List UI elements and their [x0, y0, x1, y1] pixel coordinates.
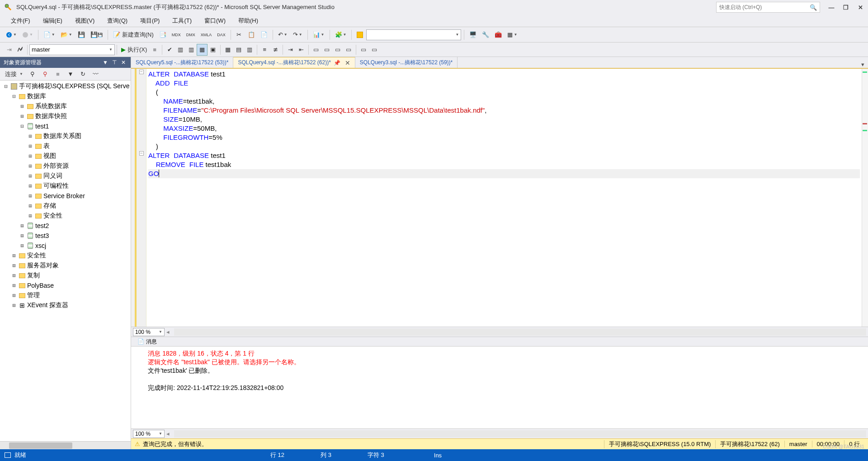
minimize-button[interactable]: — [827, 3, 835, 11]
tbx3-button[interactable]: ▭ [332, 44, 343, 56]
wrench-button[interactable]: 🔧 [480, 29, 491, 41]
plan3-button[interactable]: ▦ [197, 44, 208, 56]
expand-icon[interactable]: ⊞ [27, 133, 33, 139]
explorer-tree[interactable]: ⊟手可摘棉花\SQLEXPRESS (SQL Serve⊟数据库⊞系统数据库⊞数… [0, 81, 131, 441]
ext-button[interactable]: 🧩▼ [333, 29, 349, 41]
menu-edit[interactable]: 编辑(E) [38, 15, 68, 26]
props-button[interactable]: 📊▼ [311, 29, 327, 41]
maximize-button[interactable]: ❐ [842, 3, 850, 11]
expand-icon[interactable]: ⊞ [27, 203, 33, 209]
expand-icon[interactable]: ⊞ [19, 223, 25, 229]
expand-icon[interactable]: ⊟ [19, 123, 25, 129]
tree-node[interactable]: ⊞外部资源 [0, 161, 131, 171]
tree-node[interactable]: ⊞test3 [0, 231, 131, 241]
expand-icon[interactable]: ⊞ [11, 252, 17, 259]
tab-close-icon[interactable]: ✕ [345, 59, 350, 67]
expand-icon[interactable]: ⊞ [19, 113, 25, 119]
menu-help[interactable]: 帮助(H) [233, 15, 264, 26]
quick-launch-box[interactable]: 🔍 [716, 2, 820, 13]
tab-query3[interactable]: SQLQuery3.sql -...摘棉花\17522 (59))* [355, 57, 458, 68]
tree-node[interactable]: ⊟数据库 [0, 91, 131, 101]
tree-node[interactable]: ⊟手可摘棉花\SQLEXPRESS (SQL Serve [0, 81, 131, 91]
zoom-combo[interactable]: 100 %▼ [133, 328, 165, 336]
editor-hscroll[interactable] [174, 328, 866, 336]
overview-ruler[interactable] [862, 69, 868, 327]
plan1-button[interactable]: ▥ [175, 44, 186, 56]
plan2-button[interactable]: ▥ [186, 44, 197, 56]
conn-icon3[interactable]: ■ [52, 68, 63, 80]
dax-icon[interactable]: DAX [215, 29, 228, 41]
expand-icon[interactable]: ⊞ [11, 282, 17, 289]
conn-icon1[interactable]: ⚲ [27, 68, 38, 80]
menu-project[interactable]: 项目(P) [135, 15, 165, 26]
connect-button[interactable]: 连接▼ [3, 68, 25, 80]
tree-node[interactable]: ⊞安全性 [0, 251, 131, 261]
pin-icon[interactable]: 📌 [334, 60, 340, 66]
new-query-button[interactable]: 📝新建查询(N) [111, 29, 156, 41]
filter-icon[interactable]: ▼ [65, 68, 76, 80]
undo-button[interactable]: ↶▼ [276, 29, 290, 41]
expand-icon[interactable]: ⊞ [19, 242, 25, 249]
tabs-overflow-icon[interactable]: ▾ [857, 61, 868, 68]
tree-node[interactable]: ⊞⊞XEvent 探查器 [0, 300, 131, 310]
result-text-button[interactable]: ▤ [233, 44, 244, 56]
indent-dec-button[interactable]: ⇤ [296, 44, 307, 56]
expand-icon[interactable]: ⊞ [27, 153, 33, 159]
open-button[interactable]: 📂▼ [58, 29, 75, 41]
conn-icon2[interactable]: ⚲ [40, 68, 51, 80]
redo-button[interactable]: ↷▼ [291, 29, 305, 41]
result-grid-button[interactable]: ▦ [222, 44, 233, 56]
expand-icon[interactable]: ⊞ [27, 213, 33, 219]
tree-node[interactable]: ⊞管理 [0, 290, 131, 300]
monitor-button[interactable]: 🖥️ [467, 29, 479, 41]
expand-icon[interactable]: ⊞ [27, 183, 33, 189]
expand-icon[interactable]: ⊞ [19, 233, 25, 239]
tree-node[interactable]: ⊞存储 [0, 201, 131, 211]
tab-query5[interactable]: SQLQuery5.sql -...摘棉花\17522 (53))* [131, 57, 233, 68]
msg-hscroll[interactable] [174, 430, 866, 437]
quick-launch-input[interactable] [719, 4, 810, 10]
tree-node[interactable]: ⊞系统数据库 [0, 101, 131, 111]
panel-pin-icon[interactable]: ⊤ [111, 59, 118, 66]
panel-close-icon[interactable]: ✕ [120, 59, 127, 66]
tree-node[interactable]: ⊞服务器对象 [0, 261, 131, 271]
check-button[interactable]: ✔ [164, 44, 175, 56]
nav-back-button[interactable]: ▼ [4, 29, 19, 41]
save-button[interactable]: 💾 [75, 29, 87, 41]
expand-icon[interactable]: ⊞ [11, 272, 17, 279]
tbx1-button[interactable]: ▭ [311, 44, 321, 56]
sql-icon[interactable]: 🗲 [14, 44, 25, 56]
copy-button[interactable]: 📋 [245, 29, 257, 41]
uncomment-button[interactable]: ≢ [270, 44, 281, 56]
expand-icon[interactable]: ⊞ [11, 302, 17, 309]
expand-icon[interactable]: ⊟ [11, 93, 17, 100]
mdx-icon[interactable]: MDX [170, 29, 183, 41]
expand-icon[interactable]: ⊞ [27, 163, 33, 169]
tree-node[interactable]: ⊞安全性 [0, 211, 131, 221]
tbx4-button[interactable]: ▭ [343, 44, 354, 56]
execute-button[interactable]: ▶ 执行(X) [119, 44, 149, 56]
tbx5-button[interactable]: ▭ [358, 44, 369, 56]
tree-node[interactable]: ⊞PolyBase [0, 280, 131, 290]
tree-node[interactable]: ⊟test1 [0, 121, 131, 131]
plan4-button[interactable]: ▣ [208, 44, 218, 56]
tree-node[interactable]: ⊞Service Broker [0, 191, 131, 201]
tree-node[interactable]: ⊞数据库关系图 [0, 131, 131, 141]
menu-window[interactable]: 窗口(W) [199, 15, 231, 26]
tree-node[interactable]: ⊞数据库快照 [0, 111, 131, 121]
menu-file[interactable]: 文件(F) [5, 15, 36, 26]
tbx2-button[interactable]: ▭ [321, 44, 332, 56]
code-area[interactable]: ALTER DATABASE test1 ADD FILE ( NAME=tes… [146, 69, 862, 327]
tree-node[interactable]: ⊞同义词 [0, 171, 131, 181]
expand-icon[interactable]: ⊞ [27, 193, 33, 199]
indent-inc-button[interactable]: ⇥ [285, 44, 296, 56]
explorer-hscroll[interactable] [0, 441, 131, 449]
tree-node[interactable]: ⊞表 [0, 141, 131, 151]
expand-icon[interactable]: ⊟ [3, 83, 9, 90]
close-button[interactable]: ✕ [856, 3, 864, 11]
target-button[interactable] [354, 29, 365, 41]
database-combo[interactable]: master▼ [29, 44, 115, 55]
tbx6-button[interactable]: ▭ [369, 44, 380, 56]
refresh-icon[interactable]: ↻ [78, 68, 89, 80]
expand-icon[interactable]: ⊞ [19, 103, 25, 109]
